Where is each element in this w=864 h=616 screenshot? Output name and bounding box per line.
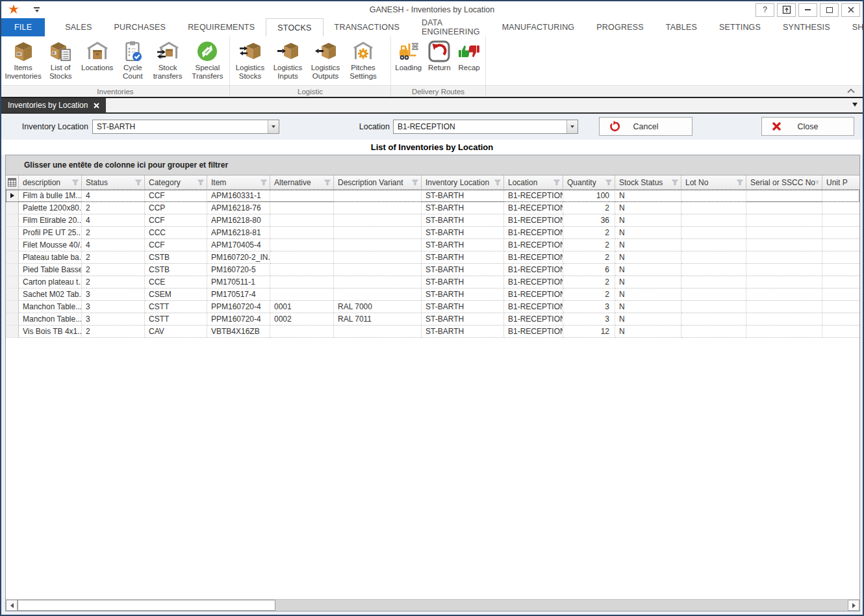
- quick-access-dropdown-icon[interactable]: [34, 7, 40, 12]
- minimize-button[interactable]: [798, 3, 817, 17]
- filter-icon[interactable]: [72, 179, 79, 186]
- filter-icon[interactable]: [324, 179, 331, 186]
- table-row[interactable]: Filet Mousse 40/...4CCFAPM170405-4ST-BAR…: [6, 239, 859, 251]
- grid-cell[interactable]: N: [615, 251, 681, 264]
- grid-cell[interactable]: 2: [563, 276, 615, 289]
- help-button[interactable]: ?: [756, 3, 774, 17]
- grid-cell[interactable]: N: [615, 214, 681, 227]
- horizontal-scrollbar[interactable]: [6, 599, 859, 611]
- filter-icon[interactable]: [553, 179, 560, 186]
- grid-cell[interactable]: [681, 239, 746, 251]
- grid-cell[interactable]: 0001: [270, 301, 334, 313]
- grid-cell[interactable]: APM170405-4: [207, 239, 270, 251]
- grid-cell[interactable]: ST-BARTH: [422, 190, 504, 202]
- grid-cell[interactable]: 0002: [270, 313, 334, 326]
- grid-cell[interactable]: [334, 326, 422, 338]
- grid-cell[interactable]: [270, 251, 334, 264]
- grid-cell[interactable]: 12: [563, 326, 615, 338]
- table-row[interactable]: Plateau table ba...2CSTBPM160720-2_IN...…: [6, 251, 859, 264]
- row-indicator[interactable]: [6, 202, 19, 214]
- grid-cell[interactable]: 2: [563, 289, 615, 301]
- grid-cell[interactable]: [334, 251, 422, 264]
- grid-cell[interactable]: [746, 301, 822, 313]
- grid-cell[interactable]: [681, 313, 746, 326]
- grid-cell[interactable]: [746, 214, 822, 227]
- grid-cell[interactable]: APM160331-1: [207, 190, 270, 202]
- grid-cell[interactable]: PM160720-2_IN...: [207, 251, 270, 264]
- grid-cell[interactable]: [746, 239, 822, 251]
- grid-cell[interactable]: [334, 190, 422, 202]
- tab-progress[interactable]: PROGRESS: [585, 18, 654, 36]
- grid-cell[interactable]: [681, 289, 746, 301]
- filter-icon[interactable]: [260, 179, 267, 186]
- tab-purchases[interactable]: PURCHASES: [103, 18, 177, 36]
- location-combobox[interactable]: B1-RECEPTION: [393, 120, 578, 134]
- grid-cell[interactable]: Film à bulle 1M...: [19, 190, 82, 202]
- grid-cell[interactable]: 2: [82, 202, 145, 214]
- row-indicator[interactable]: [6, 326, 19, 338]
- scroll-left-icon[interactable]: [6, 600, 18, 611]
- grid-cell[interactable]: Carton plateau t...: [19, 276, 82, 289]
- table-row[interactable]: Pied Table Basse2CSTBPM160720-5ST-BARTHB…: [6, 264, 859, 276]
- grid-cell[interactable]: [681, 202, 746, 214]
- inventory-location-combobox[interactable]: ST-BARTH: [92, 120, 279, 134]
- grid-cell[interactable]: [270, 264, 334, 276]
- filter-icon[interactable]: [737, 179, 743, 186]
- grid-cell[interactable]: [822, 227, 859, 239]
- grid-cell[interactable]: N: [615, 313, 681, 326]
- grid-cell[interactable]: 2: [563, 227, 615, 239]
- table-row[interactable]: Vis Bois TB 4x1...2CAVVBTB4X16ZBST-BARTH…: [6, 326, 859, 338]
- grid-cell[interactable]: [746, 276, 822, 289]
- grid-cell[interactable]: [746, 190, 822, 202]
- column-header-description[interactable]: description: [19, 175, 82, 189]
- filter-icon[interactable]: [672, 179, 678, 186]
- filter-icon[interactable]: [605, 179, 612, 186]
- grid-cell[interactable]: 2: [563, 251, 615, 264]
- maximize-button[interactable]: [820, 3, 839, 17]
- ribbon-collapse-icon[interactable]: [847, 87, 855, 95]
- grid-cell[interactable]: VBTB4X16ZB: [207, 326, 270, 338]
- grid-cell[interactable]: [270, 202, 334, 214]
- grid-cell[interactable]: [334, 227, 422, 239]
- return-button[interactable]: Return: [424, 38, 454, 72]
- table-row[interactable]: Sachet M02 Tab...3CSEMPM170517-4ST-BARTH…: [6, 289, 859, 301]
- grid-cell[interactable]: [822, 190, 859, 202]
- grid-cell[interactable]: N: [615, 239, 681, 251]
- grid-cell[interactable]: APM16218-80: [207, 214, 270, 227]
- grid-cell[interactable]: [746, 202, 822, 214]
- grid-cell[interactable]: Plateau table ba...: [19, 251, 82, 264]
- grid-cell[interactable]: [822, 313, 859, 326]
- column-header-quantity[interactable]: Quantity: [563, 175, 615, 189]
- grid-cell[interactable]: B1-RECEPTION: [504, 301, 563, 313]
- grid-cell[interactable]: CAV: [145, 326, 207, 338]
- grid-cell[interactable]: 2: [82, 264, 145, 276]
- grid-cell[interactable]: 3: [82, 313, 145, 326]
- tab-stocks[interactable]: STOCKS: [266, 18, 323, 36]
- grid-cell[interactable]: 6: [563, 264, 615, 276]
- grid-cell[interactable]: PPM160720-4: [207, 313, 270, 326]
- grid-cell[interactable]: PPM160720-4: [207, 301, 270, 313]
- stock-transfers-button[interactable]: Stock transfers: [148, 38, 186, 81]
- logistics-outputs-button[interactable]: Logistics Outputs: [307, 38, 344, 81]
- grid-cell[interactable]: 4: [82, 214, 145, 227]
- grid-cell[interactable]: [334, 214, 422, 227]
- grid-cell[interactable]: [334, 289, 422, 301]
- grid-cell[interactable]: PM170517-4: [207, 289, 270, 301]
- grid-cell[interactable]: 2: [82, 227, 145, 239]
- grid-cell[interactable]: 4: [82, 239, 145, 251]
- grid-cell[interactable]: APM16218-76: [207, 202, 270, 214]
- grid-cell[interactable]: Palette 1200x80...: [19, 202, 82, 214]
- group-by-panel[interactable]: Glisser une entête de colonne ici pour g…: [6, 155, 859, 175]
- grid-cell[interactable]: [681, 264, 746, 276]
- tab-list-dropdown-icon[interactable]: [852, 103, 858, 107]
- grid-cell[interactable]: B1-RECEPTION: [504, 227, 563, 239]
- column-header-inventory-location[interactable]: Inventory Location: [422, 175, 504, 189]
- column-header-description-variant[interactable]: Description Variant: [334, 175, 422, 189]
- grid-cell[interactable]: [681, 227, 746, 239]
- grid-cell[interactable]: [270, 227, 334, 239]
- row-indicator[interactable]: [6, 276, 19, 289]
- grid-cell[interactable]: Manchon Table...: [19, 301, 82, 313]
- grid-cell[interactable]: [334, 264, 422, 276]
- grid-cell[interactable]: 4: [82, 190, 145, 202]
- column-header-category[interactable]: Category: [145, 175, 207, 189]
